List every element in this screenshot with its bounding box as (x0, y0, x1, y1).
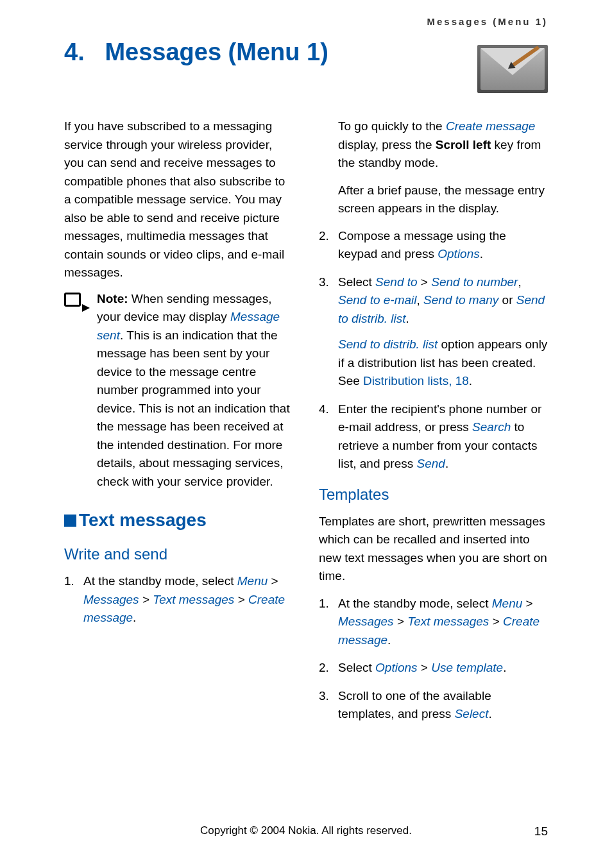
ui-send-to-number: Send to number (431, 275, 518, 289)
templates-intro: Templates are short, prewritten messages… (319, 513, 548, 586)
text: At the standby mode, select (83, 574, 237, 588)
text: . (488, 707, 491, 720)
text: . (480, 247, 483, 260)
subsection-write-and-send: Write and send (64, 543, 293, 566)
text: . (469, 374, 472, 387)
page-footer: Copyright © 2004 Nokia. All rights reser… (64, 824, 548, 837)
separator: > (394, 615, 408, 628)
ui-use-template: Use template (431, 661, 503, 674)
ui-text-messages: Text messages (153, 593, 234, 606)
note-post: . This is an indication that the message… (97, 328, 290, 488)
running-header: Messages (Menu 1) (427, 16, 548, 27)
separator: > (489, 615, 503, 628)
chapter-title: 4. Messages (Menu 1) (64, 38, 548, 66)
separator: > (522, 597, 532, 610)
ui-messages: Messages (338, 615, 394, 628)
templates-list: At the standby mode, select Menu > Messa… (319, 595, 548, 724)
chapter-number: 4. (64, 38, 85, 65)
intro-paragraph: If you have subscribed to a messaging se… (64, 117, 293, 282)
ui-send-to-email: Send to e-mail (338, 293, 417, 307)
ui-create-message: Create message (446, 119, 535, 133)
ui-send: Send (417, 457, 445, 470)
text: . (406, 312, 409, 325)
text: . (387, 633, 391, 647)
ui-menu: Menu (492, 597, 523, 610)
ui-messages: Messages (83, 593, 139, 606)
text: Select (338, 275, 375, 289)
separator: > (418, 661, 432, 674)
section-text-messages: Text messages (64, 507, 293, 534)
step1-cont-b: After a brief pause, the message entry s… (338, 182, 548, 218)
ui-menu: Menu (237, 574, 268, 588)
list-item: Select Send to > Send to number, Send to… (319, 273, 548, 391)
ui-send-to: Send to (375, 275, 418, 289)
text: display, press the (338, 138, 436, 151)
write-send-list: At the standby mode, select Menu > Messa… (64, 572, 293, 627)
text: Select (338, 661, 375, 674)
text: To go quickly to the (338, 119, 446, 133)
separator: > (139, 593, 153, 606)
text: . (445, 457, 448, 470)
chapter-name: Messages (Menu 1) (105, 38, 328, 65)
copyright-text: Copyright © 2004 Nokia. All rights reser… (200, 824, 412, 837)
square-bullet-icon (64, 515, 76, 527)
text: At the standby mode, select (338, 597, 492, 610)
ui-send-to-many: Send to many (423, 293, 498, 307)
note-text: Note: When sending messages, your device… (97, 290, 293, 491)
link-distribution-lists[interactable]: Distribution lists, 18 (363, 374, 469, 387)
text: , (417, 293, 424, 307)
ui-search: Search (472, 420, 511, 434)
text: . (503, 661, 506, 674)
left-column: If you have subscribed to a messaging se… (64, 117, 293, 733)
text: . (133, 611, 136, 624)
note-block: Note: When sending messages, your device… (64, 290, 293, 491)
write-send-list-cont: Compose a message using the keypad and p… (319, 227, 548, 473)
key-scroll-left: Scroll left (436, 138, 491, 151)
list-item: Select Options > Use template. (319, 659, 548, 677)
note-icon (64, 293, 87, 312)
note-label: Note: (97, 292, 132, 305)
list-item: Scroll to one of the available templates… (319, 687, 548, 724)
text: , (518, 275, 521, 289)
ui-text-messages: Text messages (407, 615, 489, 628)
pencil-icon (511, 46, 540, 67)
list-item: Enter the recipient's phone number or e-… (319, 400, 548, 473)
text: or (498, 293, 516, 307)
list-item: At the standby mode, select Menu > Messa… (64, 572, 293, 627)
page-number: 15 (534, 824, 548, 838)
envelope-compose-icon (477, 45, 548, 93)
list-item: Compose a message using the keypad and p… (319, 227, 548, 264)
list-item: At the standby mode, select Menu > Messa… (319, 595, 548, 650)
ui-options: Options (375, 661, 417, 674)
right-column: To go quickly to the Create message disp… (319, 117, 548, 733)
subsection-templates: Templates (319, 483, 548, 506)
section-title-text: Text messages (79, 510, 207, 530)
ui-options: Options (438, 247, 479, 260)
separator: > (268, 574, 278, 588)
separator: > (418, 275, 432, 289)
step1-cont-a: To go quickly to the Create message disp… (338, 117, 548, 173)
ui-select: Select (455, 707, 489, 720)
separator: > (234, 593, 248, 606)
ui-send-to-distrib: Send to distrib. list (338, 337, 438, 351)
